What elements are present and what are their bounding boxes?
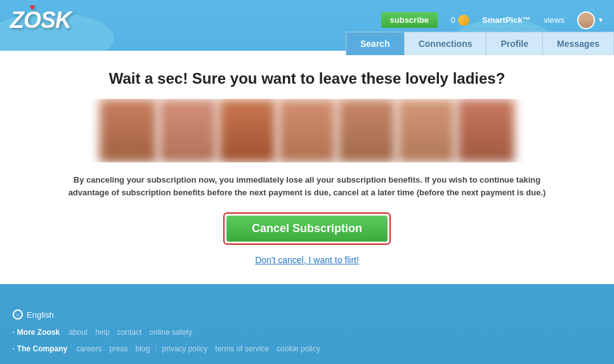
company-label: The Company	[17, 341, 67, 356]
footer-link-online-safety[interactable]: online safety	[150, 325, 192, 340]
footer-link-careers[interactable]: careers	[76, 341, 101, 356]
tab-connections[interactable]: Connections	[404, 32, 487, 55]
views-label: views	[544, 15, 565, 25]
cancel-subscription-button[interactable]: Cancel Subscription	[226, 216, 388, 242]
tab-search[interactable]: Search	[346, 32, 404, 55]
nav-tabs: Search Connections Profile Messages	[346, 32, 614, 55]
coin-icon	[458, 15, 469, 26]
divider-2: ·	[474, 15, 477, 26]
divider-4: ·	[570, 15, 572, 26]
profile-thumb-3	[219, 99, 276, 162]
profile-thumb-6	[398, 99, 455, 162]
coins-display: 0	[450, 15, 469, 26]
footer-links: • More Zoosk about help contact online s…	[13, 325, 601, 356]
avatar-image	[578, 13, 594, 28]
logo: Z♥OSK	[10, 7, 71, 34]
footer-more-zoosk: • More Zoosk about help contact online s…	[13, 325, 601, 340]
profile-thumb-1	[100, 99, 157, 162]
user-menu[interactable]: ▼	[577, 11, 604, 29]
smartpick-label: SmartPick™	[482, 15, 531, 25]
main-content: Wait a sec! Sure you want to leave these…	[0, 51, 614, 284]
logo-text: Z♥OSK	[10, 7, 71, 34]
logo-heart-icon: ♥	[30, 2, 34, 12]
header: Z♥OSK subscribe · 0 · SmartPick™ · views…	[0, 0, 614, 35]
footer-link-privacy[interactable]: privacy policy	[162, 341, 207, 356]
language-selector[interactable]: ○ English	[13, 309, 601, 320]
globe-icon: ○	[13, 309, 23, 320]
more-zoosk-label: More Zoosk	[17, 325, 60, 340]
dont-cancel-link[interactable]: Don't cancel, I want to flirt!	[13, 255, 601, 265]
footer-link-press[interactable]: press	[109, 341, 127, 356]
footer-link-contact[interactable]: contact	[117, 325, 142, 340]
footer-link-help[interactable]: help	[95, 325, 110, 340]
page-title: Wait a sec! Sure you want to leave these…	[13, 70, 601, 88]
profile-thumb-2	[159, 99, 216, 162]
disclaimer-text: By canceling your subscription now, you …	[66, 174, 548, 198]
cancel-btn-wrapper: Cancel Subscription	[223, 212, 391, 245]
tab-messages[interactable]: Messages	[542, 32, 614, 55]
footer-link-about[interactable]: about	[69, 325, 88, 340]
pipe-separator: |	[155, 341, 157, 356]
language-label: English	[27, 310, 54, 320]
footer: ○ English • More Zoosk about help contac…	[0, 303, 614, 364]
profiles-row	[13, 99, 601, 162]
bullet-icon-1: •	[13, 327, 15, 337]
bullet-icon-2: •	[13, 344, 15, 354]
avatar	[577, 11, 595, 29]
coins-count: 0	[450, 15, 455, 25]
footer-link-terms[interactable]: terms of service	[215, 341, 269, 356]
profile-thumb-7	[457, 99, 514, 162]
profile-thumb-4	[278, 99, 336, 162]
footer-link-blog[interactable]: blog	[136, 341, 150, 356]
logo-o: ♥O	[23, 7, 41, 34]
divider-3: ·	[536, 15, 539, 26]
chevron-down-icon: ▼	[598, 16, 604, 23]
divider-1: ·	[443, 15, 445, 26]
tab-profile[interactable]: Profile	[486, 32, 542, 55]
header-right: subscribe · 0 · SmartPick™ · views · ▼	[381, 11, 604, 29]
footer-company: • The Company careers press blog | priva…	[13, 341, 601, 356]
footer-link-cookie[interactable]: cookie policy	[277, 341, 320, 356]
subscribe-button[interactable]: subscribe	[381, 12, 438, 28]
profile-thumb-5	[338, 99, 395, 162]
